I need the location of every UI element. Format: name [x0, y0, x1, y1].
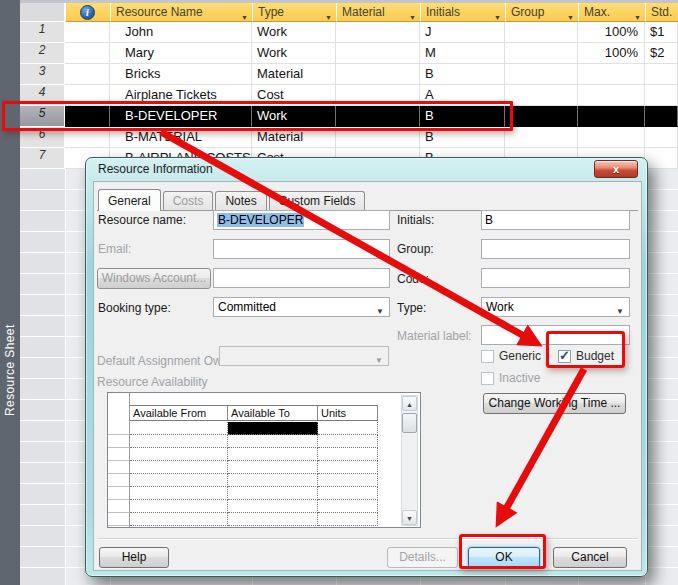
availability-cell[interactable] — [130, 487, 228, 500]
cell-initials[interactable]: M — [420, 43, 505, 64]
cell-type[interactable]: Work — [252, 106, 336, 127]
cell-type[interactable]: Work — [252, 22, 336, 43]
generic-checkbox[interactable]: Generic — [481, 349, 541, 363]
budget-checkbox[interactable]: ✓ Budget — [558, 349, 614, 363]
cell-std[interactable] — [645, 85, 678, 106]
row-number[interactable]: 4 — [20, 85, 65, 106]
row-number[interactable]: 3 — [20, 64, 65, 85]
availability-cell[interactable] — [318, 513, 378, 526]
close-icon[interactable]: x — [594, 160, 638, 178]
scroll-up-icon[interactable]: ▲ — [402, 396, 417, 411]
availability-cell[interactable] — [318, 487, 378, 500]
column-header-initials[interactable]: Initials ▼ — [420, 3, 505, 22]
help-button[interactable]: Help — [99, 547, 169, 568]
cell-group[interactable] — [505, 64, 578, 85]
availability-row-selector[interactable] — [108, 487, 130, 500]
column-header-max[interactable]: Max. ▼ — [578, 3, 645, 22]
table-row[interactable]: 1 John Work J 100% $1 — [20, 22, 678, 43]
availability-cell[interactable] — [130, 461, 228, 474]
cell-group[interactable] — [505, 43, 578, 64]
row-number[interactable]: 2 — [20, 43, 65, 64]
availability-cell[interactable] — [318, 422, 378, 435]
availability-cell[interactable] — [228, 500, 318, 513]
cell-resource-name[interactable]: B-DEVELOPER — [110, 106, 252, 127]
default-assignment-owner-select[interactable]: ▼ — [219, 346, 389, 366]
availability-cell[interactable] — [228, 474, 318, 487]
availability-row-selector[interactable] — [108, 422, 130, 435]
ok-button[interactable]: OK — [468, 547, 540, 568]
row-number[interactable]: 7 — [20, 148, 65, 169]
cell-material[interactable] — [336, 85, 420, 106]
filter-dropdown-icon[interactable]: ▼ — [409, 9, 416, 22]
cell-max[interactable] — [578, 106, 645, 127]
cell-resource-name[interactable]: Airplane Tickets — [110, 85, 252, 106]
availability-scrollbar[interactable]: ▲ ▼ — [401, 395, 418, 526]
filter-dropdown-icon[interactable]: ▼ — [325, 9, 332, 22]
cancel-button[interactable]: Cancel — [553, 547, 627, 568]
cell-max[interactable] — [578, 85, 645, 106]
availability-cell[interactable] — [228, 513, 318, 526]
column-header-type[interactable]: Type ▼ — [252, 3, 336, 22]
cell-initials[interactable]: J — [420, 22, 505, 43]
windows-account-button[interactable]: Windows Account... — [97, 268, 211, 289]
availability-cell[interactable] — [318, 500, 378, 513]
cell-type[interactable]: Material — [252, 127, 336, 148]
cell-group[interactable] — [505, 85, 578, 106]
column-header-group[interactable]: Group ▼ — [505, 3, 578, 22]
cell-material[interactable] — [336, 64, 420, 85]
change-working-time-button[interactable]: Change Working Time ... — [483, 393, 626, 414]
availability-row-selector[interactable] — [108, 435, 130, 448]
cell-resource-name[interactable]: John — [110, 22, 252, 43]
cell-resource-name[interactable]: B-MATERIAL — [110, 127, 252, 148]
email-field[interactable] — [213, 239, 390, 259]
availability-cell[interactable] — [228, 461, 318, 474]
cell-max[interactable] — [578, 64, 645, 85]
row-number[interactable]: 1 — [20, 22, 65, 43]
availability-cell[interactable] — [228, 487, 318, 500]
availability-cell-selected[interactable] — [228, 422, 318, 435]
availability-row-selector[interactable] — [108, 513, 130, 526]
filter-dropdown-icon[interactable]: ▼ — [567, 9, 574, 22]
column-header-material[interactable]: Material ▼ — [336, 3, 420, 22]
availability-cell[interactable] — [318, 448, 378, 461]
table-row[interactable]: 2 Mary Work M 100% $2 — [20, 43, 678, 64]
code-field[interactable] — [481, 268, 630, 288]
cell-std[interactable]: $2 — [645, 43, 678, 64]
availability-cell[interactable] — [130, 435, 228, 448]
availability-row-selector[interactable] — [108, 500, 130, 513]
column-header-resource-name[interactable]: Resource Name ▼ — [110, 3, 252, 22]
cell-std[interactable] — [645, 106, 678, 127]
row-number[interactable]: 5 — [20, 106, 65, 127]
cell-resource-name[interactable]: Bricks — [110, 64, 252, 85]
resource-name-field[interactable]: B-DEVELOPER — [213, 210, 390, 230]
availability-cell[interactable] — [318, 474, 378, 487]
select-all-cell[interactable] — [20, 3, 65, 22]
cell-max[interactable] — [578, 127, 645, 148]
filter-dropdown-icon[interactable]: ▼ — [494, 9, 501, 22]
table-row[interactable]: 6 B-MATERIAL Material B — [20, 127, 678, 148]
cell-group[interactable] — [505, 22, 578, 43]
cell-type[interactable]: Work — [252, 43, 336, 64]
type-select[interactable]: Work ▼ — [481, 297, 630, 317]
cell-initials[interactable]: B — [420, 106, 505, 127]
availability-cell[interactable] — [130, 422, 228, 435]
availability-row-selector[interactable] — [108, 474, 130, 487]
inactive-checkbox[interactable]: Inactive — [481, 371, 540, 385]
availability-row-selector[interactable] — [108, 448, 130, 461]
availability-cell[interactable] — [228, 435, 318, 448]
booking-type-select[interactable]: Committed ▼ — [213, 297, 390, 317]
cell-max[interactable]: 100% — [578, 43, 645, 64]
cell-type[interactable]: Material — [252, 64, 336, 85]
tab-notes[interactable]: Notes — [215, 191, 266, 211]
cell-initials[interactable]: B — [420, 127, 505, 148]
cell-max[interactable]: 100% — [578, 22, 645, 43]
scrollbar-thumb[interactable] — [402, 413, 417, 433]
scroll-down-icon[interactable]: ▼ — [402, 510, 417, 525]
cell-material[interactable] — [336, 106, 420, 127]
cell-group[interactable] — [505, 106, 578, 127]
cell-resource-name[interactable]: Mary — [110, 43, 252, 64]
details-button[interactable]: Details... — [387, 547, 458, 568]
column-header-std[interactable]: Std. — [645, 3, 678, 22]
availability-cell[interactable] — [318, 461, 378, 474]
row-number[interactable]: 6 — [20, 127, 65, 148]
